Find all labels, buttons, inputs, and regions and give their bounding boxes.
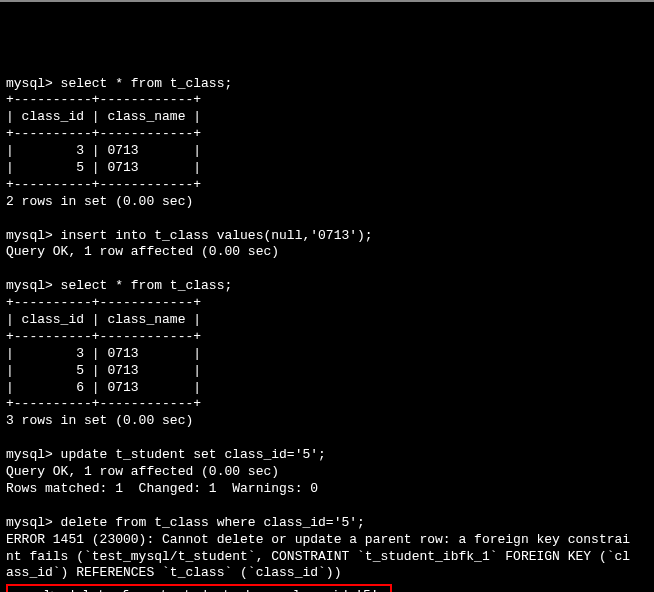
sql-select-2: mysql> select * from t_class; [6, 278, 232, 293]
error-message: ERROR 1451 (23000): Cannot delete or upd… [6, 532, 630, 547]
table-separator: +----------+------------+ [6, 92, 201, 107]
table-separator: +----------+------------+ [6, 396, 201, 411]
table-row: | 5 | 0713 | [6, 363, 201, 378]
query-result: 3 rows in set (0.00 sec) [6, 413, 193, 428]
highlighted-commands: mysql> delete from t_student where class… [6, 584, 392, 592]
sql-insert: mysql> insert into t_class values(null,'… [6, 228, 373, 243]
error-message: ass_id`) REFERENCES `t_class` (`class_id… [6, 565, 341, 580]
table-header: | class_id | class_name | [6, 312, 201, 327]
table-separator: +----------+------------+ [6, 177, 201, 192]
query-result: Query OK, 1 row affected (0.00 sec) [6, 464, 279, 479]
table-row: | 3 | 0713 | [6, 143, 201, 158]
error-message: nt fails (`test_mysql/t_student`, CONSTR… [6, 549, 630, 564]
table-row: | 3 | 0713 | [6, 346, 201, 361]
table-separator: +----------+------------+ [6, 329, 201, 344]
sql-select-1: mysql> select * from t_class; [6, 76, 232, 91]
table-header: | class_id | class_name | [6, 109, 201, 124]
query-result: Query OK, 1 row affected (0.00 sec) [6, 244, 279, 259]
sql-update: mysql> update t_student set class_id='5'… [6, 447, 326, 462]
table-separator: +----------+------------+ [6, 295, 201, 310]
sql-delete-fail: mysql> delete from t_class where class_i… [6, 515, 365, 530]
query-result: 2 rows in set (0.00 sec) [6, 194, 193, 209]
terminal-output: mysql> select * from t_class; +---------… [6, 76, 648, 592]
table-separator: +----------+------------+ [6, 126, 201, 141]
table-row: | 5 | 0713 | [6, 160, 201, 175]
sql-delete-student: mysql> delete from t_student where class… [12, 588, 386, 592]
query-result: Rows matched: 1 Changed: 1 Warnings: 0 [6, 481, 318, 496]
table-row: | 6 | 0713 | [6, 380, 201, 395]
